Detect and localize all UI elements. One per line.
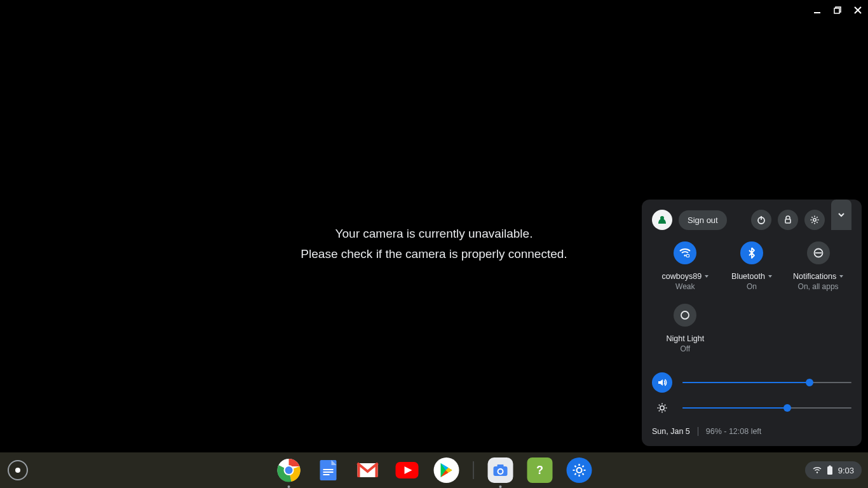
- svg-point-10: [813, 219, 816, 221]
- gmail-app[interactable]: [355, 458, 381, 483]
- svg-point-19: [684, 254, 686, 256]
- svg-rect-65: [829, 466, 831, 467]
- chrome-app[interactable]: [276, 458, 302, 483]
- volume-thumb[interactable]: [806, 379, 813, 386]
- svg-point-52: [499, 470, 503, 473]
- brightness-row: [652, 398, 851, 418]
- wifi-status-icon: [813, 466, 822, 475]
- close-button[interactable]: [853, 5, 863, 15]
- shelf-apps: ?: [276, 458, 592, 483]
- camera-error-line2: Please check if the camera is properly c…: [301, 247, 567, 261]
- play-store-app[interactable]: [434, 458, 459, 483]
- notifications-label-text: Notifications: [793, 272, 836, 281]
- svg-rect-21: [687, 255, 689, 257]
- user-avatar[interactable]: [652, 210, 672, 230]
- svg-point-63: [816, 471, 817, 473]
- shelf: ? 9:03: [0, 452, 868, 488]
- wifi-tile: cowboys89 Weak: [652, 241, 719, 291]
- brightness-thumb[interactable]: [783, 404, 791, 412]
- night-light-label-text: Night Light: [666, 334, 704, 343]
- svg-line-61: [583, 466, 584, 467]
- svg-rect-2: [834, 8, 839, 13]
- bluetooth-label-text: Bluetooth: [731, 272, 765, 281]
- restore-button[interactable]: [832, 5, 843, 15]
- youtube-app[interactable]: [395, 458, 420, 483]
- volume-slider[interactable]: [682, 382, 851, 383]
- help-app[interactable]: ?: [527, 458, 553, 483]
- sign-out-button[interactable]: Sign out: [679, 210, 727, 230]
- svg-text:?: ?: [536, 464, 543, 477]
- svg-line-18: [811, 222, 812, 222]
- collapse-button[interactable]: [831, 200, 851, 230]
- volume-button[interactable]: [652, 372, 672, 393]
- svg-rect-50: [498, 464, 504, 468]
- wifi-sublabel: Weak: [675, 282, 695, 291]
- caret-down-icon: [705, 275, 709, 278]
- svg-rect-9: [785, 219, 790, 223]
- caret-down-icon: [768, 275, 772, 278]
- brightness-slider[interactable]: [682, 407, 851, 409]
- night-light-label[interactable]: Night Light: [666, 334, 704, 343]
- volume-fill: [682, 382, 810, 383]
- launcher-button[interactable]: [8, 460, 28, 480]
- brightness-fill: [682, 407, 787, 409]
- quick-settings-panel: Sign out cowboys89 Weak Bluetooth On: [642, 200, 862, 446]
- qs-divider: [698, 427, 698, 436]
- launcher-icon: [15, 468, 20, 473]
- svg-line-60: [583, 473, 584, 475]
- wifi-label[interactable]: cowboys89: [662, 272, 709, 281]
- minimize-button[interactable]: [812, 5, 822, 15]
- night-light-tile: Night Light Off: [652, 304, 719, 353]
- status-area[interactable]: 9:03: [805, 461, 862, 479]
- notifications-label[interactable]: Notifications: [793, 272, 843, 281]
- night-light-toggle[interactable]: [674, 304, 696, 327]
- svg-point-24: [681, 311, 689, 319]
- caret-down-icon: [839, 275, 843, 278]
- svg-point-6: [660, 216, 664, 220]
- notifications-toggle[interactable]: [807, 241, 830, 264]
- camera-error-message: Your camera is currently unavailable. Pl…: [301, 227, 567, 261]
- power-button[interactable]: [751, 210, 771, 230]
- svg-line-16: [817, 222, 817, 222]
- night-light-sublabel: Off: [680, 344, 690, 353]
- svg-rect-64: [827, 466, 832, 475]
- lock-button[interactable]: [778, 210, 798, 230]
- bluetooth-sublabel: On: [747, 282, 757, 291]
- svg-point-54: [577, 468, 582, 473]
- settings-app[interactable]: [567, 458, 592, 483]
- shelf-divider: [473, 461, 474, 479]
- qs-footer: Sun, Jan 5 96% - 12:08 left: [652, 427, 851, 436]
- wifi-toggle[interactable]: [674, 241, 696, 264]
- battery-status-icon: [827, 465, 833, 475]
- svg-point-25: [660, 406, 664, 410]
- svg-line-15: [811, 217, 812, 217]
- svg-line-32: [665, 405, 665, 405]
- app-running-indicator: [499, 485, 502, 488]
- camera-error-line1: Your camera is currently unavailable.: [301, 227, 567, 241]
- window-controls: [812, 5, 863, 15]
- status-time: 9:03: [838, 466, 854, 475]
- docs-app[interactable]: [316, 458, 341, 483]
- bluetooth-toggle[interactable]: [740, 241, 763, 264]
- volume-row: [652, 372, 851, 393]
- brightness-button[interactable]: [652, 398, 672, 418]
- svg-line-30: [659, 405, 660, 405]
- wifi-label-text: cowboys89: [662, 272, 702, 281]
- svg-line-31: [665, 410, 665, 411]
- bluetooth-label[interactable]: Bluetooth: [731, 272, 772, 281]
- svg-point-36: [285, 466, 293, 474]
- camera-app[interactable]: [488, 458, 513, 483]
- qs-battery: 96% - 12:08 left: [706, 427, 762, 436]
- notifications-sublabel: On, all apps: [798, 282, 839, 291]
- qs-header: Sign out: [652, 210, 851, 230]
- svg-line-59: [574, 466, 576, 467]
- qs-date: Sun, Jan 5: [652, 427, 690, 436]
- svg-line-17: [817, 217, 817, 217]
- bluetooth-tile: Bluetooth On: [719, 241, 785, 291]
- notifications-tile: Notifications On, all apps: [785, 241, 851, 291]
- app-running-indicator: [288, 485, 290, 488]
- svg-line-62: [574, 473, 576, 475]
- settings-button[interactable]: [804, 210, 825, 230]
- svg-line-33: [659, 410, 660, 411]
- qs-tiles: cowboys89 Weak Bluetooth On Notification…: [652, 241, 851, 366]
